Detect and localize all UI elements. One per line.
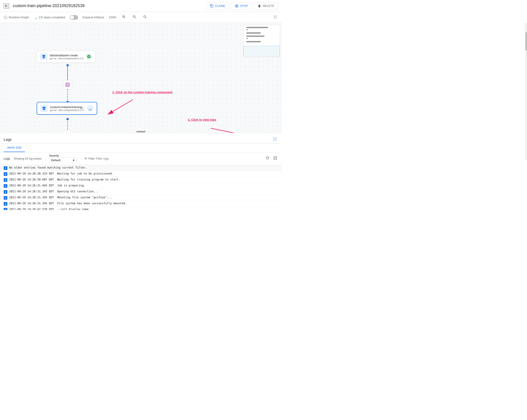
minimap-dot1 <box>246 29 248 31</box>
annotation-2: 2. Click to view logs <box>188 118 216 121</box>
log-entry: i 2021-09-29 14:26:42.578 EDT --init.dis… <box>0 207 282 210</box>
refresh-button[interactable] <box>264 155 270 162</box>
log-entry: i 2021-09-29 14:26:31.345 EDT File syste… <box>0 201 282 207</box>
connector-svg <box>0 23 282 133</box>
node2-icon <box>40 105 48 112</box>
log-icon-info: i <box>4 190 7 194</box>
node-tabulardataset-create[interactable]: tabulardataset-create gcr.io/...line-com… <box>37 50 96 63</box>
steps-label: 1/3 steps completed <box>38 16 65 19</box>
logs-actions <box>264 155 278 162</box>
logs-label: Logs <box>4 157 10 160</box>
logs-expand-button[interactable] <box>272 136 278 143</box>
toolbar: Runtime Graph 1/3 steps completed Expand… <box>0 12 282 23</box>
pipeline-title: custom-train-pipeline-20210929182539 <box>13 3 202 8</box>
runtime-graph-tab[interactable]: Runtime Graph <box>4 16 29 19</box>
svg-line-12 <box>211 128 267 133</box>
minimap-bar2 <box>246 32 261 34</box>
steps-completed: 1/3 steps completed <box>33 16 65 19</box>
log-entry: i 2021-09-29 14:26:31.045 EDT Job is pre… <box>0 183 282 189</box>
logs-tabs: MAIN JOB <box>0 144 282 152</box>
svg-point-9 <box>66 118 69 120</box>
filter-label: Filter <box>88 157 95 160</box>
logs-section: Logs MAIN JOB Logs Showing 55 log entrie… <box>0 133 282 210</box>
log-text: 2021-09-29 14:26:31.343 EDT Mounting fil… <box>9 196 112 199</box>
log-icon-info: i <box>4 202 7 206</box>
severity-label: Severity <box>49 154 77 157</box>
node-customcontainertraining[interactable]: customcontainertrainingj... gcr.io/...li… <box>37 102 97 115</box>
stop-label: STOP <box>240 4 248 8</box>
node1-title: tabulardataset-create <box>50 54 83 57</box>
node1-subtitle: gcr.io/...line-components:0.1.6 <box>50 57 83 60</box>
log-icon-info: i <box>4 184 7 188</box>
log-entries-list[interactable]: i No older entries found matching curren… <box>0 165 282 210</box>
log-icon-info: i <box>4 166 7 170</box>
expand-artifacts-toggle[interactable] <box>70 15 78 20</box>
annotation1-text: 1. Click on the custom training componen… <box>112 90 173 94</box>
severity-container: Severity Default ▾ <box>49 154 77 163</box>
drag-handle[interactable] <box>136 131 145 132</box>
log-entry: i No older entries found matching curren… <box>0 165 282 171</box>
zoom-search-button[interactable] <box>142 14 148 20</box>
node2-status <box>87 105 93 111</box>
artifact-node[interactable] <box>63 80 72 89</box>
header-actions: CLONE STOP DELETE <box>206 2 278 9</box>
log-text: 2021-09-29 14:26:42.578 EDT --init.displ… <box>9 208 89 210</box>
fullscreen-button[interactable] <box>272 14 278 20</box>
node1-text: tabulardataset-create gcr.io/...line-com… <box>50 54 83 60</box>
svg-line-11 <box>108 100 133 115</box>
zoom-in-button[interactable] <box>121 14 127 20</box>
log-icon-info: i <box>4 178 7 182</box>
log-text: 2021-09-29 14:26:30.333 EDT Waiting for … <box>9 172 113 175</box>
node2-title: customcontainertrainingj... <box>50 105 85 109</box>
tab-main-job[interactable]: MAIN JOB <box>4 144 25 152</box>
log-text: 2021-09-29 14:26:31.045 EDT Job is prepa… <box>9 184 85 187</box>
log-text: 2021-09-29 14:26:31.345 EDT File system … <box>9 202 127 205</box>
annotation-1: 1. Click on the custom training componen… <box>112 90 173 94</box>
stop-button[interactable]: STOP <box>231 2 252 9</box>
svg-rect-1 <box>236 5 237 6</box>
toggle-knob <box>70 16 74 19</box>
log-text: 2021-09-29 14:26:30.607 EDT Waiting for … <box>9 178 120 181</box>
minimap-dot2 <box>246 38 248 39</box>
log-entry: i 2021-09-29 14:26:30.607 EDT Waiting fo… <box>0 177 282 183</box>
log-entry: i 2021-09-29 14:26:31.343 EDT Opening GC… <box>0 189 282 195</box>
log-icon-info: i <box>4 208 7 210</box>
pending-node[interactable] <box>63 130 72 133</box>
log-entry: i 2021-09-29 14:26:30.333 EDT Waiting fo… <box>0 171 282 177</box>
clone-label: CLONE <box>215 4 225 8</box>
svg-rect-14 <box>66 83 69 86</box>
log-text: No older entries found matching current … <box>9 166 87 169</box>
svg-point-3 <box>34 16 37 19</box>
minimap-bar4 <box>246 41 261 42</box>
runtime-graph-label: Runtime Graph <box>9 16 29 19</box>
node1-icon <box>40 53 47 60</box>
minimap-content <box>243 27 280 57</box>
back-button[interactable] <box>4 3 9 9</box>
expand-artifacts-label: Expand Artifacts <box>83 16 104 19</box>
logs-count: Showing 55 log entries <box>14 157 42 160</box>
annotation2-text: 2. Click to view logs <box>188 118 216 121</box>
logs-header: Logs <box>0 133 282 144</box>
svg-point-17 <box>68 85 69 86</box>
minimap-bar3 <box>246 35 264 37</box>
svg-point-18 <box>88 106 92 110</box>
zoom-out-button[interactable] <box>132 14 137 20</box>
severity-select[interactable]: Default ▾ <box>49 157 77 163</box>
node1-status <box>86 53 92 60</box>
minimap[interactable] <box>243 25 280 57</box>
logs-title: Logs <box>4 138 12 142</box>
severity-value: Default <box>51 159 60 162</box>
clone-button[interactable]: CLONE <box>206 2 229 9</box>
filter-button[interactable]: Filter <box>84 157 134 161</box>
log-entry: i 2021-09-29 14:26:31.343 EDT Mounting f… <box>0 195 282 201</box>
filter-input[interactable] <box>96 157 134 160</box>
node2-subtitle: gcr.io/...line-components:0.1.6 <box>50 109 85 111</box>
minimap-viewport <box>243 46 280 57</box>
delete-button[interactable]: DELETE <box>254 2 278 9</box>
log-icon-info: i <box>4 196 7 200</box>
open-external-button[interactable] <box>272 155 278 162</box>
svg-point-16 <box>66 84 67 84</box>
zoom-level: 100% <box>109 16 116 19</box>
tab-main-job-label: MAIN JOB <box>7 146 21 149</box>
pipeline-canvas[interactable]: tabulardataset-create gcr.io/...line-com… <box>0 23 282 133</box>
